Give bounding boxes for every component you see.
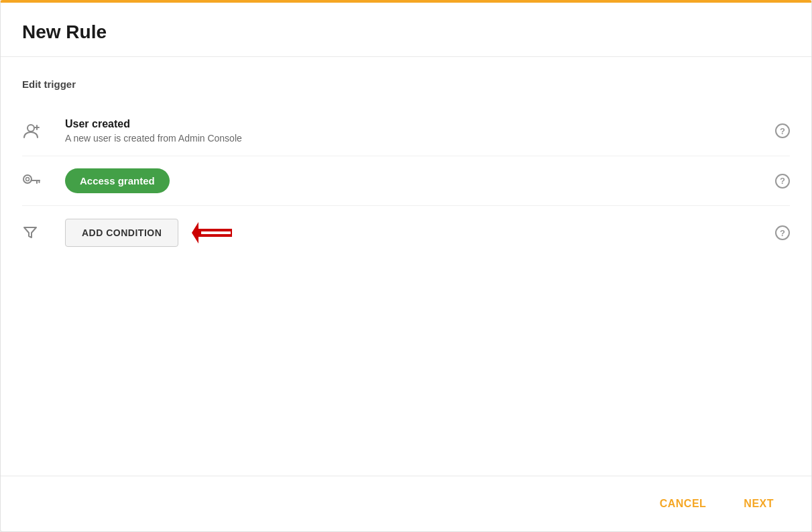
dialog-footer: CANCEL NEXT bbox=[1, 476, 811, 531]
help-icon-access-granted[interactable]: ? bbox=[775, 174, 790, 189]
add-condition-button[interactable]: ADD CONDITION bbox=[65, 219, 178, 247]
section-label: Edit trigger bbox=[22, 78, 790, 90]
svg-point-3 bbox=[23, 175, 32, 183]
page-title: New Rule bbox=[22, 21, 790, 43]
filter-icon-container bbox=[22, 225, 54, 241]
user-add-icon bbox=[22, 121, 41, 140]
filter-icon bbox=[22, 225, 38, 241]
next-button[interactable]: NEXT bbox=[728, 490, 790, 518]
user-created-help[interactable]: ? bbox=[775, 123, 790, 138]
add-condition-content: ADD CONDITION bbox=[65, 218, 790, 248]
user-add-icon-container bbox=[22, 121, 54, 140]
key-icon-container bbox=[22, 174, 54, 189]
user-created-title: User created bbox=[65, 118, 790, 130]
help-icon-user-created[interactable]: ? bbox=[775, 123, 790, 138]
add-condition-row: ADD CONDITION ? bbox=[22, 206, 790, 260]
svg-point-0 bbox=[27, 125, 34, 131]
access-granted-row: Access granted ? bbox=[22, 156, 790, 205]
svg-rect-7 bbox=[201, 231, 231, 234]
key-icon bbox=[22, 174, 41, 189]
add-condition-help[interactable]: ? bbox=[775, 225, 790, 240]
user-created-content: User created A new user is created from … bbox=[65, 118, 790, 144]
dialog-header: New Rule bbox=[1, 3, 811, 57]
arrow-annotation bbox=[192, 218, 252, 248]
user-created-subtitle: A new user is created from Admin Console bbox=[65, 133, 790, 144]
access-granted-badge[interactable]: Access granted bbox=[65, 168, 170, 193]
dialog-body: Edit trigger User created A new user is … bbox=[1, 57, 811, 476]
cancel-button[interactable]: CANCEL bbox=[644, 490, 723, 518]
access-granted-content: Access granted bbox=[65, 168, 790, 193]
svg-marker-6 bbox=[192, 222, 198, 244]
access-granted-help[interactable]: ? bbox=[775, 174, 790, 189]
svg-point-4 bbox=[26, 177, 30, 180]
help-icon-add-condition[interactable]: ? bbox=[775, 225, 790, 240]
user-created-row: User created A new user is created from … bbox=[22, 106, 790, 156]
red-arrow-icon bbox=[192, 218, 252, 248]
new-rule-dialog: New Rule Edit trigger User created A new… bbox=[0, 0, 812, 532]
